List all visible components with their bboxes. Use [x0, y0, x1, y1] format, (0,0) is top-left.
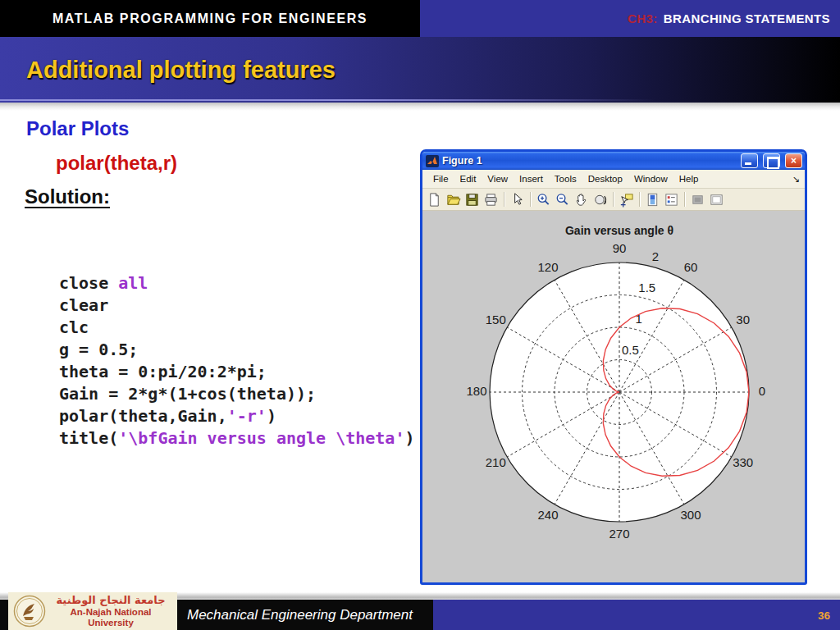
menu-item-file[interactable]: File — [427, 174, 454, 184]
code-line: Gain = 2*g*(1+cos(theta)); — [59, 383, 415, 405]
angle-tick-label: 330 — [733, 455, 753, 469]
menu-item-desktop[interactable]: Desktop — [582, 174, 628, 184]
insert-colorbar-icon[interactable] — [644, 191, 661, 208]
angle-tick-label: 120 — [537, 260, 558, 274]
toolbar-separator — [639, 192, 640, 207]
radius-tick-label: 1.5 — [638, 281, 655, 294]
maximize-button[interactable] — [763, 153, 780, 168]
title-band-shadow — [0, 103, 840, 111]
angle-tick-label: 0 — [759, 384, 765, 398]
code-line: clc — [59, 317, 415, 339]
solution-label: Solution: — [25, 185, 110, 208]
data-cursor-icon[interactable] — [618, 191, 635, 208]
radius-tick-label: 2 — [652, 249, 659, 263]
menu-item-window[interactable]: Window — [628, 174, 673, 184]
figure-window: Figure 1 × FileEditViewInsertToolsDeskto… — [420, 149, 807, 585]
slide-title-band: Additional plotting features — [0, 37, 840, 103]
plot-title: Gain versus angle θ — [565, 224, 673, 237]
insert-legend-icon[interactable] — [663, 191, 680, 208]
angle-tick-label: 180 — [466, 384, 486, 398]
matlab-code-block: close allclearclcg = 0.5;theta = 0:pi/20… — [59, 272, 415, 450]
university-name-english: An-Najah National University — [49, 607, 172, 628]
angle-tick-label: 150 — [486, 313, 506, 326]
toolbar-separator — [613, 192, 614, 207]
figure-menubar: FileEditViewInsertToolsDesktopWindowHelp… — [422, 170, 805, 189]
menu-item-edit[interactable]: Edit — [454, 174, 482, 184]
angle-tick-label: 30 — [736, 313, 750, 326]
menu-item-tools[interactable]: Tools — [549, 174, 582, 184]
hide-plot-tools-icon[interactable] — [689, 191, 706, 208]
angle-tick-label: 60 — [684, 260, 698, 274]
figure-titlebar[interactable]: Figure 1 × — [422, 152, 805, 170]
zoom-in-icon[interactable] — [535, 191, 552, 208]
minimize-button[interactable] — [741, 153, 758, 168]
code-line: theta = 0:pi/20:2*pi; — [59, 361, 415, 383]
code-line: polar(theta,Gain,'-r') — [59, 405, 415, 427]
menu-item-view[interactable]: View — [482, 174, 514, 184]
angle-tick-label: 270 — [609, 527, 629, 541]
figure-canvas: 03060901201501802102402703003300.511.52G… — [422, 211, 805, 582]
code-line: g = 0.5; — [59, 339, 415, 361]
save-icon[interactable] — [463, 191, 481, 208]
menu-item-insert[interactable]: Insert — [514, 174, 549, 184]
figure-toolbar — [422, 189, 805, 211]
print-icon[interactable] — [482, 191, 500, 208]
pan-hand-icon[interactable] — [573, 191, 590, 208]
polar-plot: 03060901201501802102402703003300.511.52G… — [422, 211, 805, 582]
polar-syntax: polar(theta,r) — [56, 152, 177, 175]
slide-title: Additional plotting features — [26, 57, 336, 84]
angle-tick-label: 240 — [537, 508, 558, 522]
department-name: Mechanical Engineering Department — [187, 607, 413, 623]
chapter-title: BRANCHING STATEMENTS — [664, 11, 830, 25]
window-title: Figure 1 — [442, 155, 736, 167]
menu-item-help[interactable]: Help — [673, 174, 705, 184]
code-line: title('\bfGain versus angle \theta') — [59, 427, 415, 450]
code-line: close all — [59, 272, 415, 294]
university-name-arabic: جامعة النجاح الوطنية — [49, 594, 172, 607]
chapter-number: CH3: — [628, 11, 658, 25]
toolbar-separator — [684, 192, 685, 207]
university-logo — [13, 595, 46, 628]
angle-tick-label: 90 — [613, 241, 627, 255]
open-file-icon[interactable] — [445, 191, 462, 208]
new-file-icon[interactable] — [426, 191, 443, 208]
close-button[interactable]: × — [785, 153, 802, 168]
page-number: 36 — [818, 609, 830, 622]
matlab-icon — [426, 155, 439, 167]
toolbar-separator — [530, 192, 531, 207]
section-heading: Polar Plots — [26, 117, 129, 140]
angle-tick-label: 300 — [680, 508, 701, 522]
course-title-bar: MATLAB PROGRAMMING FOR ENGINEERS — [0, 0, 420, 37]
code-line: clear — [59, 294, 415, 317]
menu-overflow-arrow-icon[interactable]: ↘ — [792, 174, 800, 185]
show-plot-tools-icon[interactable] — [708, 191, 725, 208]
toolbar-separator — [504, 192, 504, 207]
radius-tick-label: 0.5 — [622, 343, 639, 357]
rotate-3d-icon[interactable] — [591, 191, 609, 208]
angle-tick-label: 210 — [486, 455, 506, 469]
university-logo-box: جامعة النجاح الوطنية An-Najah National U… — [8, 592, 177, 630]
course-title: MATLAB PROGRAMMING FOR ENGINEERS — [52, 11, 368, 26]
zoom-out-icon[interactable] — [554, 191, 571, 208]
footer-bar-blue — [433, 600, 840, 630]
chapter-title-bar: CH3: BRANCHING STATEMENTS — [420, 0, 840, 37]
pointer-icon[interactable] — [509, 191, 526, 208]
